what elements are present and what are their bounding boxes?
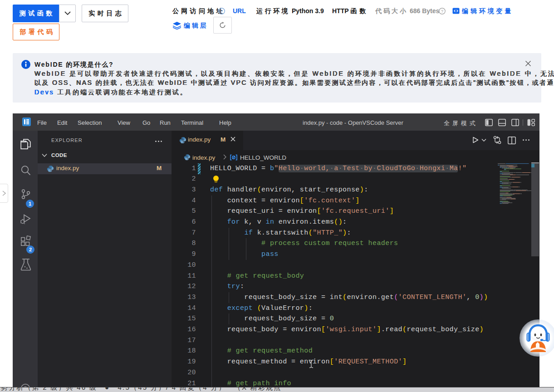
svg-text:?: ? [441,9,443,14]
svg-text:?: ? [221,9,223,14]
